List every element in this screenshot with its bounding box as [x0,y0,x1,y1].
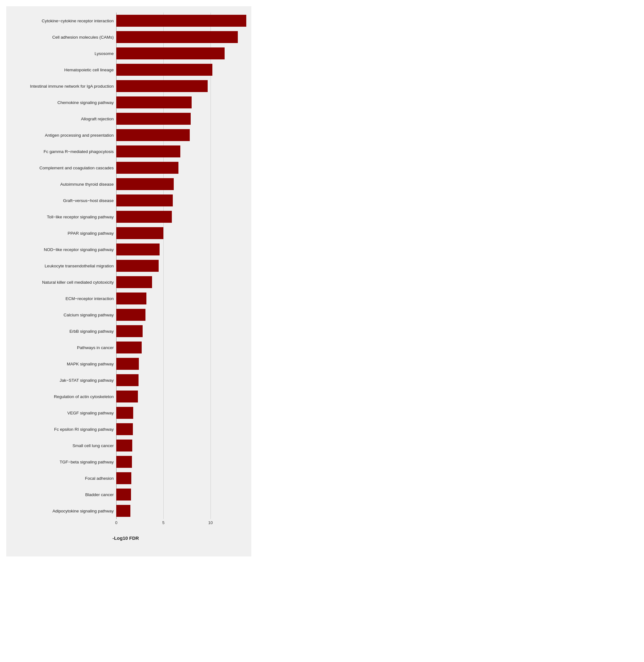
bar-fill [116,244,160,255]
bar-row: Toll−like receptor signaling pathway [9,209,242,225]
bar-area [116,405,242,421]
bar-row: Focal adhesion [9,470,242,486]
bar-area [116,388,242,405]
bar-fill [116,488,131,501]
x-tick-5: 5 [162,520,164,525]
bar-fill [116,178,174,190]
bar-label: Hematopoietic cell lineage [9,68,116,72]
bar-fill [116,260,159,272]
grid-line [210,470,211,486]
bar-fill [116,293,146,304]
bar-label: TGF−beta signaling pathway [9,460,116,464]
bar-fill [116,505,130,517]
bar-area [116,356,242,372]
grid-line [163,290,164,307]
bar-area [116,160,242,176]
grid-line [210,209,211,225]
bar-area [116,94,242,111]
bar-area [116,274,242,290]
grid-line [163,339,164,356]
bar-row: Chemokine signaling pathway [9,94,242,111]
bar-label: Complement and coagulation cascades [9,165,116,170]
grid-line [210,160,211,176]
bar-area [116,127,242,143]
grid-line [163,454,164,470]
bar-row: PPAR signaling pathway [9,225,242,241]
bar-row: Small cell lung cancer [9,437,242,454]
bar-label: Autoimmune thyroid disease [9,182,116,187]
bar-area [116,45,242,62]
grid-line [210,503,211,519]
bar-label: Intestinal immune network for IgA produc… [9,84,116,89]
bar-row: Regulation of actin cytoskeleton [9,388,242,405]
bar-fill [116,276,152,288]
x-tick-10: 10 [208,520,213,525]
bar-fill [116,15,246,27]
bar-row: Lysosome [9,45,242,62]
bar-label: Small cell lung cancer [9,443,116,448]
bar-label: Regulation of actin cytoskeleton [9,394,116,399]
bar-row: Antigen processing and presentation [9,127,242,143]
grid-line [210,405,211,421]
grid-line [210,192,211,209]
bar-area [116,290,242,307]
bar-row: Complement and coagulation cascades [9,160,242,176]
bar-fill [116,195,173,206]
bar-fill [116,472,131,484]
bar-label: Fc epsilon RI signaling pathway [9,427,116,432]
grid-line [210,143,211,160]
bar-row: MAPK signaling pathway [9,356,242,372]
bar-area [116,470,242,486]
bar-row: Natural killer cell mediated cytotoxicit… [9,274,242,290]
chart-container: Cytokine−cytokine receptor interactionCe… [6,6,251,556]
bar-row: Leukocyte transendothelial migration [9,258,242,274]
bar-area [116,209,242,225]
bar-area [116,62,242,78]
grid-line [163,225,164,241]
bar-row: Hematopoietic cell lineage [9,62,242,78]
bar-row: Graft−versus−host disease [9,192,242,209]
bar-area [116,258,242,274]
bar-fill [116,391,138,403]
grid-line [210,339,211,356]
bar-fill [116,374,139,386]
grid-line [163,258,164,274]
grid-line [210,454,211,470]
bar-label: Fc gamma R−mediated phagocytosis [9,149,116,154]
grid-line [210,388,211,405]
grid-line [210,307,211,323]
bar-label: Pathways in cancer [9,345,116,350]
bar-row: Adipocytokine signaling pathway [9,503,242,519]
grid-line [163,503,164,519]
bar-label: Cytokine−cytokine receptor interaction [9,19,116,23]
bar-row: Cell adhesion molecules (CAMs) [9,29,242,45]
bar-row: ErbB signaling pathway [9,323,242,339]
bar-area [116,437,242,454]
grid-line [210,94,211,111]
bar-area [116,225,242,241]
bar-fill [116,423,133,435]
grid-line [163,388,164,405]
bar-label: Calcium signaling pathway [9,313,116,317]
bar-area [116,176,242,192]
bar-fill [116,309,145,321]
bar-row: Pathways in cancer [9,339,242,356]
bar-area [116,486,242,503]
x-axis-label: -Log10 FDR [9,535,242,541]
bar-area [116,339,242,356]
grid-line [210,486,211,503]
bar-row: Cytokine−cytokine receptor interaction [9,13,242,29]
bar-fill [116,456,132,468]
bar-row: NOD−like receptor signaling pathway [9,241,242,258]
grid-line [163,274,164,290]
bar-row: Allograft rejection [9,111,242,127]
grid-line [163,486,164,503]
grid-line [163,241,164,258]
grid-line [210,225,211,241]
bar-area [116,241,242,258]
bar-label: Allograft rejection [9,117,116,121]
grid-line [163,356,164,372]
grid-line [163,372,164,388]
bar-label: PPAR signaling pathway [9,231,116,236]
bar-label: Jak−STAT signaling pathway [9,378,116,383]
